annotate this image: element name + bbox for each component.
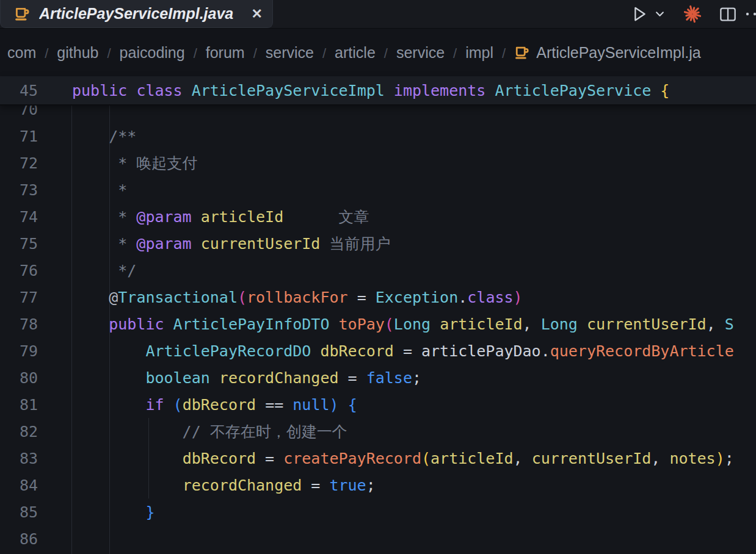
code-token: currentUserId <box>532 450 652 467</box>
code-token: articleId <box>201 208 283 226</box>
code-token <box>192 208 201 226</box>
claude-spark-icon[interactable] <box>674 0 711 28</box>
code-token: true <box>329 477 366 494</box>
line-number[interactable]: 74 <box>0 208 72 226</box>
breadcrumb-item-forum[interactable]: forum <box>205 44 246 61</box>
editor-window: ArticlePayServiceImpl.java ✕ <box>0 0 756 554</box>
run-button[interactable] <box>632 0 653 28</box>
breadcrumb-file[interactable]: ArticlePayServiceImpl.ja <box>536 44 701 62</box>
code-token: currentUserId <box>587 315 707 333</box>
breadcrumb-item-impl[interactable]: impl <box>464 44 495 61</box>
tab-article-pay-service-impl[interactable]: ArticlePayServiceImpl.java ✕ <box>0 0 273 28</box>
code-text: */ <box>72 262 136 279</box>
line-number[interactable]: 82 <box>0 423 72 441</box>
code-line[interactable]: 84 recordChanged = true; <box>0 472 756 498</box>
code-line[interactable]: 83 dbRecord = createPayRecord(articleId,… <box>0 445 756 472</box>
line-number[interactable]: 77 <box>0 289 72 306</box>
code-token: @param <box>136 235 191 253</box>
line-number[interactable]: 84 <box>0 477 72 494</box>
line-number[interactable]: 79 <box>0 342 72 360</box>
code-token: { <box>348 396 357 414</box>
code-line[interactable]: 82 // 不存在时，创建一个 <box>0 418 756 445</box>
code-line[interactable]: 74 * @param articleId 文章 <box>0 203 756 230</box>
code-token: * 唤起支付 <box>72 154 197 172</box>
code-token: public <box>72 82 127 99</box>
code-text: public class ArticlePayServiceImpl imple… <box>72 82 669 99</box>
code-editor[interactable]: 7071 /**72 * 唤起支付73 *74 * @param article… <box>0 76 756 554</box>
split-editor-icon[interactable] <box>711 0 745 28</box>
code-line[interactable]: 79 ArticlePayRecordDO dbRecord = article… <box>0 337 756 364</box>
code-line[interactable]: 80 boolean recordChanged = false; <box>0 364 756 391</box>
code-token: queryRecordByArticle <box>550 342 734 360</box>
code-token: ArticlePayRecordDO <box>145 342 311 360</box>
code-token: recordChanged <box>219 369 339 387</box>
more-menu-icon[interactable] <box>745 0 756 28</box>
line-number[interactable]: 86 <box>0 530 72 548</box>
code-text: // 不存在时，创建一个 <box>72 422 347 442</box>
code-line[interactable]: 73 * <box>0 176 756 203</box>
code-token: Transactional <box>118 289 238 306</box>
breadcrumb-item-article[interactable]: article <box>333 44 377 61</box>
tab-bar: ArticlePayServiceImpl.java ✕ <box>0 0 756 29</box>
breadcrumb-separator: / <box>384 46 388 61</box>
code-token <box>72 342 145 360</box>
code-token <box>72 450 183 467</box>
tab-close-icon[interactable]: ✕ <box>252 7 263 21</box>
code-text: * <box>72 181 127 199</box>
breadcrumb-item-service[interactable]: service <box>395 44 446 61</box>
code-text: ArticlePayRecordDO dbRecord = articlePay… <box>72 342 734 360</box>
line-number[interactable]: 83 <box>0 450 72 467</box>
code-line[interactable]: 76 */ <box>0 257 756 284</box>
breadcrumb-item-service[interactable]: service <box>264 44 315 61</box>
breadcrumb-item-paicoding[interactable]: paicoding <box>118 44 186 61</box>
tab-title: ArticlePayServiceImpl.java <box>39 5 243 23</box>
code-token: = <box>348 289 376 306</box>
code-line[interactable]: 77 @Transactional(rollbackFor = Exceptio… <box>0 284 756 311</box>
code-token <box>72 477 183 494</box>
breadcrumb-separator: / <box>453 46 457 61</box>
code-text: if (dbRecord == null) { <box>72 396 357 414</box>
code-token: ) <box>716 450 725 467</box>
line-number[interactable]: 75 <box>0 235 72 253</box>
code-token: dbRecord <box>320 342 393 360</box>
sticky-scroll-line[interactable]: 45public class ArticlePayServiceImpl imp… <box>0 76 756 106</box>
code-line[interactable]: 85 } <box>0 498 756 525</box>
line-number[interactable]: 72 <box>0 154 72 172</box>
line-number[interactable]: 80 <box>0 369 72 387</box>
code-token: = articlePayDao. <box>394 342 550 360</box>
code-token <box>210 369 219 387</box>
code-line[interactable]: 71 /** <box>0 123 756 149</box>
code-line[interactable]: 81 if (dbRecord == null) { <box>0 391 756 418</box>
code-token: * <box>72 235 136 253</box>
line-number[interactable]: 85 <box>0 503 72 521</box>
code-token: currentUserId <box>201 235 321 253</box>
code-token: S <box>725 315 734 333</box>
code-token: null <box>293 396 329 414</box>
code-token <box>72 369 145 387</box>
code-token: ArticlePayService <box>495 82 651 99</box>
code-token: ; <box>725 450 734 467</box>
code-line[interactable]: 86 <box>0 525 756 552</box>
breadcrumb-items: com/github/paicoding/forum/service/artic… <box>6 44 513 62</box>
line-number[interactable]: 78 <box>0 315 72 333</box>
code-token: Long <box>394 315 431 333</box>
code-line[interactable]: 72 * 唤起支付 <box>0 149 756 176</box>
breadcrumb-item-github[interactable]: github <box>56 44 100 61</box>
line-number[interactable]: 76 <box>0 262 72 279</box>
breadcrumb-item-com[interactable]: com <box>6 44 37 61</box>
code-token: toPay <box>339 315 385 333</box>
run-dropdown-chevron-icon[interactable] <box>653 0 674 28</box>
line-number[interactable]: 81 <box>0 396 72 414</box>
code-line[interactable]: 78 public ArticlePayInfoDTO toPay(Long a… <box>0 311 756 337</box>
line-number[interactable]: 45 <box>0 82 72 99</box>
code-token: , <box>707 315 725 333</box>
code-text: boolean recordChanged = false; <box>72 369 421 387</box>
code-token <box>72 315 109 333</box>
code-line[interactable]: 75 * @param currentUserId 当前用户 <box>0 230 756 257</box>
line-number[interactable]: 71 <box>0 128 72 145</box>
code-token <box>127 82 136 99</box>
code-token: rollbackFor <box>247 289 348 306</box>
code-token: { <box>660 82 669 99</box>
line-number[interactable]: 73 <box>0 181 72 199</box>
java-file-icon <box>514 45 530 60</box>
